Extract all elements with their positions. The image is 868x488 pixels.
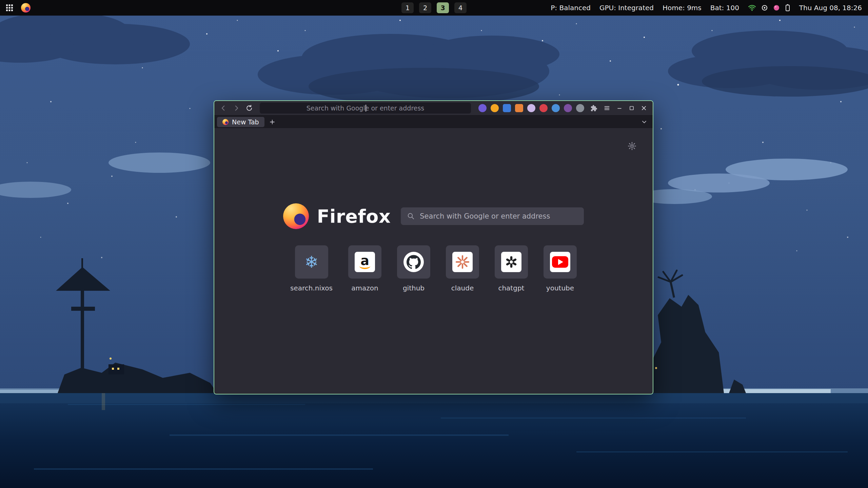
shortcut-label: amazon (351, 284, 378, 292)
extension-row (478, 104, 584, 112)
gpu-status[interactable]: GPU: Integrated (599, 4, 654, 12)
firefox-wordmark: Firefox (317, 206, 391, 227)
desktop: 1 2 3 4 P: Balanced GPU: Integrated Home… (0, 0, 868, 488)
circle-indicator-icon[interactable] (761, 4, 768, 11)
workspace-switcher: 1 2 3 4 (401, 2, 467, 13)
shortcut-label: claude (451, 284, 474, 292)
app-launcher-icon[interactable] (5, 4, 14, 12)
extensions-puzzle-icon[interactable] (588, 103, 600, 114)
new-tab-button[interactable] (267, 117, 277, 127)
shortcut-chatgpt[interactable]: chatgpt (495, 245, 528, 292)
shortcut-label: youtube (546, 284, 574, 292)
firefox-favicon (222, 119, 229, 125)
power-profile-status[interactable]: P: Balanced (551, 4, 591, 12)
shortcut-label: search.nixos (290, 284, 333, 292)
battery-status[interactable]: Bat: 100 (710, 4, 739, 12)
network-latency-status[interactable]: Home: 9ms (663, 4, 702, 12)
shortcut-youtube[interactable]: youtube (544, 245, 577, 292)
shortcuts-row: ❄ search.nixos a amazon github (290, 245, 577, 292)
tab-bar: New Tab (214, 115, 653, 128)
workspace-3[interactable]: 3 (437, 2, 449, 13)
newtab-search-input[interactable]: Search with Google or enter address (401, 207, 584, 225)
back-button[interactable] (218, 103, 229, 114)
clock[interactable]: Thu Aug 08, 18:26 (799, 4, 862, 12)
amazon-icon: a (355, 252, 375, 272)
extension-icon-6[interactable] (539, 104, 548, 112)
workspace-2[interactable]: 2 (419, 2, 431, 13)
url-bar[interactable]: Search with Google or enter address (260, 103, 471, 114)
extension-icon-4[interactable] (515, 104, 523, 112)
shortcut-amazon[interactable]: a amazon (348, 245, 381, 292)
shortcut-label: github (403, 284, 425, 292)
wifi-icon[interactable] (748, 4, 756, 12)
newtab-center: Firefox Search with Google or enter addr… (214, 128, 653, 292)
text-cursor (366, 105, 366, 111)
status-bar: 1 2 3 4 P: Balanced GPU: Integrated Home… (0, 0, 868, 16)
browser-toolbar: Search with Google or enter address (214, 101, 653, 115)
extension-icon-7[interactable] (552, 104, 560, 112)
shortcut-claude[interactable]: claude (446, 245, 479, 292)
newtab-search-placeholder: Search with Google or enter address (420, 212, 550, 220)
claude-starburst-icon (452, 252, 473, 272)
window-maximize-button[interactable] (626, 103, 637, 113)
reload-button[interactable] (243, 103, 255, 114)
shortcut-label: chatgpt (498, 284, 524, 292)
workspace-4[interactable]: 4 (454, 2, 467, 13)
github-octocat-icon (403, 252, 424, 272)
firefox-window: Search with Google or enter address (214, 100, 653, 394)
shortcut-github[interactable]: github (397, 245, 430, 292)
brand-search-row: Firefox Search with Google or enter addr… (283, 203, 584, 229)
extension-icon-5[interactable] (527, 104, 535, 112)
menu-button[interactable] (601, 103, 613, 114)
firefox-taskbar-icon[interactable] (21, 3, 31, 13)
tray-icons (748, 4, 790, 12)
personalize-gear-icon[interactable] (626, 140, 638, 152)
tab-title: New Tab (232, 118, 259, 126)
new-tab-page: Firefox Search with Google or enter addr… (214, 128, 653, 394)
youtube-play-icon (550, 252, 570, 272)
search-icon (407, 212, 415, 220)
extension-icon-9[interactable] (576, 104, 584, 112)
chatgpt-knot-icon (501, 252, 521, 272)
list-all-tabs-chevron-icon[interactable] (639, 117, 649, 127)
window-close-button[interactable] (638, 103, 649, 113)
tablet-battery-icon[interactable] (785, 4, 790, 12)
shortcut-search-nixos[interactable]: ❄ search.nixos (290, 245, 333, 292)
extension-icon-2[interactable] (491, 104, 499, 112)
extension-icon-8[interactable] (564, 104, 572, 112)
magenta-indicator-icon[interactable] (773, 4, 780, 11)
firefox-logo (283, 203, 309, 229)
tab-new-tab[interactable]: New Tab (217, 117, 264, 127)
workspace-1[interactable]: 1 (401, 2, 414, 13)
window-minimize-button[interactable] (614, 103, 625, 113)
nixos-snowflake-icon: ❄ (304, 254, 318, 270)
forward-button[interactable] (231, 103, 242, 114)
extension-icon-1[interactable] (478, 104, 487, 112)
extension-icon-3[interactable] (503, 104, 511, 112)
